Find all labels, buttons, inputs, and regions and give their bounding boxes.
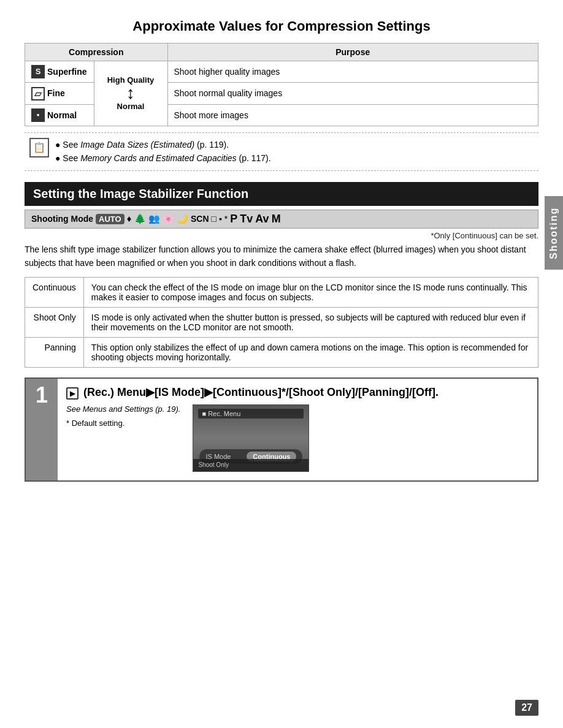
superfine-purpose: Shoot higher quality images <box>167 61 538 83</box>
table-row: Shoot Only IS mode is only activated whe… <box>25 308 538 338</box>
stabilizer-body-text: The lens shift type image stabilizer fun… <box>25 243 538 270</box>
av-mode: Av <box>255 213 269 226</box>
default-note: * Default setting. <box>66 419 180 428</box>
step-number: 1 <box>26 379 58 480</box>
superfine-icon-cell: S <box>25 61 45 83</box>
mode-icons: ♦ 🌲 👥 🌸 🌙 <box>127 213 188 224</box>
p-mode: P <box>230 213 237 226</box>
compression-table: Compression Purpose S Superfine High Qua… <box>25 43 538 126</box>
image-bottom-text: Shoot Only <box>198 461 228 468</box>
side-label: Shooting <box>545 196 563 270</box>
superfine-label: Superfine <box>45 61 94 83</box>
is-table: Continuous You can check the effect of t… <box>25 277 538 368</box>
normal-icon: ▪ <box>31 108 45 122</box>
see-text: See Menus and Settings (p. 19). <box>66 404 180 414</box>
fine-icon-cell: ▱ <box>25 83 45 104</box>
step-title: ▶ (Rec.) Menu▶[IS Mode]▶[Continuous]*/[S… <box>66 385 529 400</box>
step-image: ■ Rec. Menu IS Mode Continuous Shoot Onl… <box>193 404 309 472</box>
table-row: Continuous You can check the effect of t… <box>25 278 538 308</box>
continuous-label: Continuous <box>25 278 84 308</box>
shoot-only-desc: IS mode is only activated when the shutt… <box>83 308 538 338</box>
shooting-mode-label: Shooting Mode <box>31 214 93 224</box>
col1-header: Compression <box>25 44 168 61</box>
auto-mode-badge: AUTO <box>96 214 124 224</box>
table-row: Panning This option only stabilizes the … <box>25 338 538 368</box>
note-box: 📋 ● See Image Data Sizes (Estimated) (p.… <box>25 132 538 171</box>
mode-symbols: □ ▪ * <box>212 214 228 224</box>
m-mode: M <box>272 213 281 226</box>
fine-purpose: Shoot normal quality images <box>167 83 538 104</box>
note-bullet2: ● See Memory Cards and Estimated Capacit… <box>55 151 532 165</box>
step-content: ▶ (Rec.) Menu▶[IS Mode]▶[Continuous]*/[S… <box>58 379 537 480</box>
quality-arrow: High Quality ↕ Normal <box>101 75 161 112</box>
table-row: S Superfine High Quality ↕ Normal Shoot … <box>25 61 538 83</box>
page: Approximate Values for Compression Setti… <box>0 0 563 728</box>
step-title-text: (Rec.) Menu▶[IS Mode]▶[Continuous]*/[Sho… <box>83 386 439 398</box>
image-top-bar: ■ Rec. Menu <box>198 409 304 419</box>
double-arrow-icon: ↕ <box>126 85 135 102</box>
note-bullet1: ● See Image Data Sizes (Estimated) (p. 1… <box>55 138 532 151</box>
section-header: Setting the Image Stabilizer Function <box>25 182 538 206</box>
quality-arrow-cell: High Quality ↕ Normal <box>94 61 167 126</box>
panning-desc: This option only stabilizes the effect o… <box>83 338 538 368</box>
image-bottom-bar: Shoot Only <box>193 459 308 471</box>
page-number: 27 <box>515 700 538 716</box>
shooting-mode-bar: Shooting Mode AUTO ♦ 🌲 👥 🌸 🌙 SCN □ ▪ * P… <box>25 210 538 229</box>
superfine-icon: S <box>31 65 45 78</box>
note-icon: 📋 <box>29 138 49 157</box>
shoot-only-label: Shoot Only <box>25 308 84 338</box>
normal-purpose: Shoot more images <box>167 104 538 126</box>
col2-header: Purpose <box>167 44 538 61</box>
fine-label: Fine <box>45 83 94 104</box>
continuous-desc: You can check the effect of the IS mode … <box>83 278 538 308</box>
normal-icon-cell: ▪ <box>25 104 45 126</box>
fine-icon: ▱ <box>31 87 45 100</box>
panning-label: Panning <box>25 338 84 368</box>
step-body: See Menus and Settings (p. 19). * Defaul… <box>66 404 529 472</box>
only-note: *Only [Continuous] can be set. <box>25 231 538 240</box>
normal-label: Normal <box>45 104 94 126</box>
page-title: Approximate Values for Compression Setti… <box>25 18 538 34</box>
step-text-content: See Menus and Settings (p. 19). * Defaul… <box>66 404 180 428</box>
rec-icon: ▶ <box>66 387 79 400</box>
tv-mode: Tv <box>240 213 253 226</box>
scn-badge: SCN <box>191 214 209 224</box>
image-menu-text: ■ Rec. Menu <box>202 410 240 417</box>
step1-box: 1 ▶ (Rec.) Menu▶[IS Mode]▶[Continuous]*/… <box>25 377 538 481</box>
normal-quality-label: Normal <box>117 102 145 112</box>
